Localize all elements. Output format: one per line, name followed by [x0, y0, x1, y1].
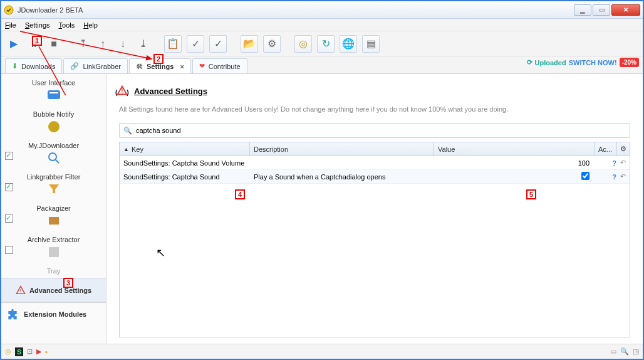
- sidebar-item-lgfilter[interactable]: Linkgrabber Filter: [1, 171, 106, 202]
- sidebar-item-label: Archive Extractor: [28, 236, 80, 243]
- filter-icon: [45, 182, 63, 197]
- stop-button[interactable]: ■: [46, 36, 61, 51]
- ui-icon: [45, 88, 63, 103]
- col-key[interactable]: ▲Key: [120, 142, 250, 156]
- status-icon[interactable]: S: [15, 347, 23, 356]
- col-value[interactable]: Value: [434, 142, 595, 156]
- value-checkbox[interactable]: [581, 172, 589, 180]
- cell-key: SoundSettings: Captcha Sound Volume: [120, 157, 250, 169]
- sidebar-item-tray[interactable]: Tray: [1, 265, 106, 278]
- myjd-status-icon[interactable]: ◎: [5, 347, 11, 356]
- pause-button[interactable]: ⏸: [26, 36, 41, 51]
- svg-rect-1: [48, 90, 60, 99]
- sidebar-item-packagizer[interactable]: Packagizer: [1, 202, 106, 233]
- menu-file[interactable]: File: [5, 21, 16, 29]
- window-minimize-button[interactable]: [574, 4, 591, 16]
- sidebar-item-label: Advanced Settings: [29, 287, 91, 294]
- col-config[interactable]: ⚙: [617, 142, 630, 156]
- cell-value[interactable]: [434, 170, 595, 183]
- sidebar-item-label: Linkgrabber Filter: [27, 173, 81, 181]
- sidebar-item-extensions[interactable]: Extension Modules: [1, 302, 106, 326]
- sidebar-item-label: Extension Modules: [24, 310, 86, 318]
- menu-help[interactable]: Help: [83, 21, 98, 29]
- svg-line-5: [55, 159, 59, 163]
- move-top-button[interactable]: ⤒: [75, 36, 90, 51]
- svg-rect-2: [49, 92, 58, 93]
- search-input[interactable]: [136, 127, 626, 134]
- uploaded-icon: ⟳: [527, 58, 532, 66]
- auto-start-button[interactable]: ✓: [209, 35, 227, 53]
- window-title: JDownloader 2 BETA: [18, 6, 574, 14]
- status-icon[interactable]: ▭: [610, 347, 616, 356]
- move-bottom-button[interactable]: ⤓: [135, 36, 150, 51]
- help-icon[interactable]: ?: [612, 159, 616, 167]
- status-icon[interactable]: ⊡: [27, 347, 33, 356]
- status-icon[interactable]: 🔍: [620, 347, 629, 356]
- linkgrabber-icon: 🔗: [70, 62, 79, 70]
- col-actions[interactable]: Ac...: [595, 142, 617, 156]
- search-box[interactable]: 🔍: [119, 123, 630, 138]
- menu-settings[interactable]: Settings: [25, 21, 50, 29]
- checkbox-icon[interactable]: [5, 183, 13, 191]
- sidebar-item-bubble[interactable]: Bubble Notify: [1, 108, 106, 139]
- reconnect-button[interactable]: ↻: [317, 35, 335, 53]
- warning-icon: (!): [115, 84, 129, 98]
- toolbar: ▶ ⏸ ■ ⤒ ↑ ↓ ⤓ 📋 ✓ ✓ 📂 ⚙ ◎ ↻ 🌐 ▤: [1, 31, 643, 56]
- sidebar-item-label: Packagizer: [36, 204, 70, 212]
- search-icon: 🔍: [123, 127, 132, 135]
- status-icon[interactable]: ▪: [45, 348, 48, 356]
- settings-button[interactable]: ⚙: [263, 35, 281, 53]
- svg-text:): ): [127, 89, 128, 96]
- window-maximize-button[interactable]: [593, 4, 610, 16]
- tab-linkgrabber[interactable]: 🔗 LinkGrabber: [63, 58, 128, 73]
- tab-contribute[interactable]: ❤ Contribute: [192, 58, 247, 73]
- tab-close-icon[interactable]: ×: [180, 63, 184, 70]
- cell-desc: [250, 161, 434, 165]
- checkbox-icon[interactable]: [5, 152, 13, 160]
- menu-tools[interactable]: Tools: [59, 21, 75, 29]
- tab-contribute-label: Contribute: [209, 63, 241, 70]
- checkbox-icon[interactable]: [5, 246, 13, 254]
- sidebar-item-label: My.JDownloader: [28, 142, 79, 149]
- svg-rect-6: [49, 217, 59, 225]
- chunks-button[interactable]: ▤: [362, 35, 380, 53]
- table-row[interactable]: SoundSettings: Captcha Sound Volume 100 …: [120, 156, 630, 170]
- tab-downloads[interactable]: ⬇ Downloads: [5, 58, 62, 73]
- help-icon[interactable]: ?: [612, 173, 616, 181]
- move-up-button[interactable]: ↑: [95, 36, 110, 51]
- settings-icon: 🛠: [136, 63, 143, 70]
- status-icon[interactable]: ◳: [633, 347, 639, 356]
- update-button[interactable]: 🌐: [340, 35, 357, 53]
- move-down-button[interactable]: ↓: [115, 36, 130, 51]
- app-icon: [4, 5, 14, 15]
- tab-bar: ⬇ Downloads 🔗 LinkGrabber 🛠 Settings × ❤…: [1, 56, 643, 74]
- svg-point-4: [49, 153, 56, 161]
- promo-brand: Uploaded: [535, 59, 566, 66]
- sidebar-item-advanced[interactable]: ! Advanced Settings: [1, 278, 106, 302]
- clipboard-button[interactable]: 📋: [164, 35, 182, 53]
- window-close-button[interactable]: [611, 4, 640, 16]
- auto-reconnect-button[interactable]: ✓: [187, 35, 204, 53]
- table-row[interactable]: SoundSettings: Captcha Sound Play a Soun…: [120, 170, 630, 184]
- settings-sidebar: User Interface Bubble Notify My.JDownloa…: [1, 74, 106, 344]
- myjd-button[interactable]: ◎: [294, 35, 312, 53]
- svg-point-3: [48, 121, 60, 132]
- archive-icon: [45, 245, 63, 260]
- tab-settings[interactable]: 🛠 Settings ×: [129, 58, 191, 73]
- cell-desc: Play a Sound when a Captchadialog opens: [250, 171, 434, 183]
- titlebar: JDownloader 2 BETA: [1, 1, 643, 19]
- open-folder-button[interactable]: 📂: [241, 35, 258, 53]
- cell-value[interactable]: 100: [434, 157, 595, 169]
- sidebar-item-ui[interactable]: User Interface: [1, 77, 106, 108]
- promo-text: SWITCH NOW!: [569, 59, 617, 66]
- sidebar-item-myjd[interactable]: My.JDownloader: [1, 139, 106, 171]
- play-button[interactable]: ▶: [6, 36, 21, 51]
- page-title: Advanced Settings: [134, 87, 207, 96]
- col-description[interactable]: Description: [250, 142, 434, 156]
- reset-icon[interactable]: ↶: [620, 172, 626, 181]
- promo-banner[interactable]: ⟳ Uploaded SWITCH NOW! -20%: [527, 58, 639, 67]
- status-icon[interactable]: ▶: [36, 347, 41, 356]
- reset-icon[interactable]: ↶: [620, 159, 626, 167]
- sidebar-item-archive[interactable]: Archive Extractor: [1, 233, 106, 265]
- checkbox-icon[interactable]: [5, 214, 13, 223]
